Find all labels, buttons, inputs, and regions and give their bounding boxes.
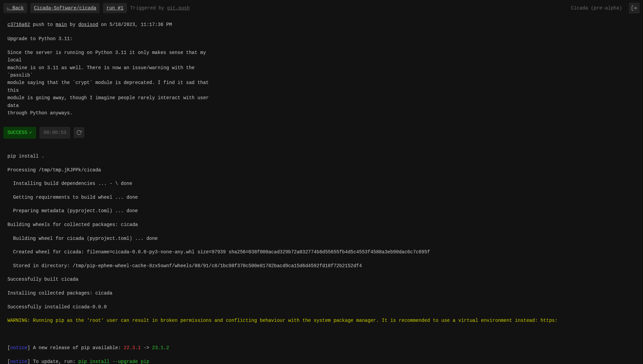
log-line-notice: [notice] To update, run: pip install --u…	[7, 358, 636, 364]
check-icon: ✓	[29, 129, 32, 136]
log-line: Installing build dependencies ... - \ do…	[7, 180, 636, 187]
log-line: Successfully built cicada	[7, 276, 636, 283]
log-line-warning: WARNING: Running pip as the 'root' user …	[7, 317, 636, 324]
log-line: Processing /tmp/tmp.jKJPPk/cicada	[7, 167, 636, 173]
commit-title: Upgrade to Python 3.11:	[7, 35, 217, 43]
log-line: Building wheel for cicada (pyproject.tom…	[7, 235, 636, 242]
commit-body: Since the server is running on Python 3.…	[7, 49, 217, 117]
log-output: pip install . Processing /tmp/tmp.jKJPPk…	[0, 141, 643, 364]
logout-icon	[631, 5, 637, 11]
log-line: Preparing metadata (pyproject.toml) ... …	[7, 207, 636, 214]
trigger-label: Triggered by git.push	[130, 4, 190, 12]
run-link[interactable]: run #1	[106, 5, 123, 11]
commit-info: c3716a62 push to main by dosisod on 5/18…	[0, 16, 643, 124]
log-line: Installing collected packages: cicada	[7, 290, 636, 297]
repo-link[interactable]: Cicada-Software/cicada	[34, 5, 96, 11]
back-link[interactable]: ← Back	[7, 5, 24, 11]
log-line: pip install .	[7, 153, 636, 160]
log-line: Created wheel for cicada: filename=cicad…	[7, 249, 636, 255]
log-line: Getting requirements to build wheel ... …	[7, 194, 636, 201]
run-chip[interactable]: run #1	[103, 3, 127, 13]
log-line: Building wheels for collected packages: …	[7, 221, 636, 228]
commit-header: c3716a62 push to main by dosisod on 5/18…	[7, 21, 636, 28]
status-label: SUCCESS	[7, 129, 27, 136]
status-bar: SUCCESS ✓ 00:00:53	[0, 124, 643, 141]
branch-link[interactable]: main	[56, 22, 67, 27]
log-line	[7, 331, 636, 338]
duration-label: 00:00:53	[39, 127, 70, 138]
commit-hash-link[interactable]: c3716a62	[7, 22, 30, 27]
log-line: Stored in directory: /tmp/pip-ephem-whee…	[7, 262, 636, 269]
logout-button[interactable]	[629, 3, 640, 13]
back-button[interactable]: ← Back	[3, 3, 27, 13]
log-line-notice: [notice] A new release of pip available:…	[7, 344, 636, 351]
repo-chip[interactable]: Cicada-Software/cicada	[30, 3, 100, 13]
trigger-event-link[interactable]: git.push	[167, 5, 190, 11]
brand-label: Cicada (pre-alpha)	[571, 4, 625, 12]
topbar: ← Back Cicada-Software/cicada run #1 Tri…	[0, 0, 643, 16]
status-badge: SUCCESS ✓	[3, 127, 36, 138]
refresh-icon	[76, 130, 82, 135]
refresh-button[interactable]	[74, 127, 84, 138]
log-line: Successfully installed cicada-0.0.0	[7, 304, 636, 310]
author-link[interactable]: dosisod	[78, 22, 98, 27]
